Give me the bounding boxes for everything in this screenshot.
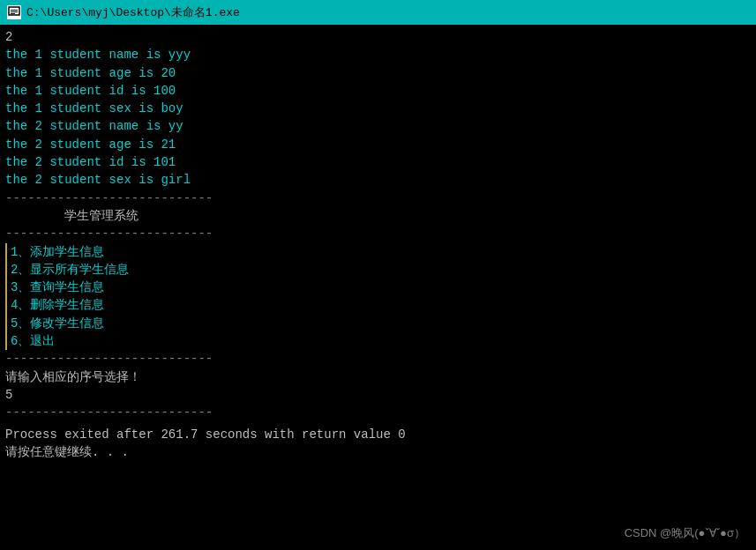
menu-item-6: 6、退出 xyxy=(11,332,751,350)
svg-rect-1 xyxy=(11,10,18,11)
output-line-2: the 1 student age is 20 xyxy=(5,64,751,82)
divider-1: ---------------------------- xyxy=(5,190,751,207)
menu-item-4: 4、删除学生信息 xyxy=(11,296,751,314)
menu-title: 学生管理系统 xyxy=(5,207,751,225)
user-input: 5 xyxy=(5,386,751,404)
output-line-4: the 1 student sex is boy xyxy=(5,100,751,117)
divider-2: ---------------------------- xyxy=(5,225,751,242)
output-line-3: the 1 student id is 100 xyxy=(5,82,751,100)
console-output: 2 the 1 student name is yyy the 1 studen… xyxy=(0,25,756,550)
svg-rect-3 xyxy=(11,13,15,14)
menu-item-3: 3、查询学生信息 xyxy=(11,279,751,296)
output-line-number: 2 xyxy=(5,28,751,46)
input-prompt: 请输入相应的序号选择！ xyxy=(5,368,751,386)
menu-item-1: 1、添加学生信息 xyxy=(11,243,751,261)
divider-3: ---------------------------- xyxy=(5,350,751,368)
output-line-6: the 2 student age is 21 xyxy=(5,136,751,153)
output-line-8: the 2 student sex is girl xyxy=(5,171,751,189)
window-title: C:\Users\myj\Desktop\未命名1.exe xyxy=(26,4,240,20)
menu-box: 1、添加学生信息 2、显示所有学生信息 3、查询学生信息 4、删除学生信息 5、… xyxy=(5,243,751,351)
menu-item-2: 2、显示所有学生信息 xyxy=(11,261,751,279)
watermark: CSDN @晚风(●ˇ∀ˇ●σ） xyxy=(625,525,745,541)
title-bar: C:\Users\myj\Desktop\未命名1.exe xyxy=(0,0,756,25)
divider-4: ---------------------------- xyxy=(5,404,751,421)
menu-item-5: 5、修改学生信息 xyxy=(11,315,751,332)
output-line-1: the 1 student name is yyy xyxy=(5,46,751,63)
svg-rect-2 xyxy=(11,11,18,12)
window-icon xyxy=(7,5,21,19)
exit-message: Process exited after 261.7 seconds with … xyxy=(5,426,751,443)
output-line-7: the 2 student id is 101 xyxy=(5,153,751,171)
output-line-5: the 2 student name is yy xyxy=(5,117,751,135)
continue-message: 请按任意键继续. . . xyxy=(5,443,751,461)
